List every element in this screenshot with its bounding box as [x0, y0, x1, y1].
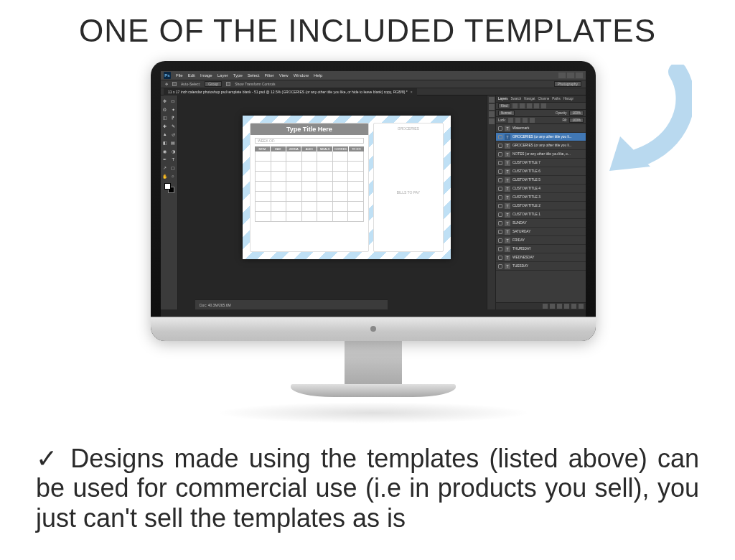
visibility-toggle-icon[interactable] — [498, 161, 502, 165]
visibility-toggle-icon[interactable] — [498, 256, 502, 260]
menu-view[interactable]: View — [279, 73, 289, 78]
auto-select-dropdown[interactable]: Group — [205, 81, 222, 87]
menu-file[interactable]: File — [176, 73, 183, 78]
visibility-toggle-icon[interactable] — [498, 144, 502, 148]
menu-window[interactable]: Window — [294, 73, 309, 78]
layer-row[interactable]: TCUSTOM TITLE 2 — [496, 202, 586, 210]
auto-select-checkbox[interactable] — [172, 82, 177, 86]
layer-row[interactable]: TGROCERIES (or any other title you li... — [496, 141, 586, 150]
menu-type[interactable]: Type — [233, 73, 243, 78]
fill-input[interactable]: 100% — [569, 118, 584, 123]
filter-smart-icon[interactable] — [541, 103, 546, 108]
layer-row[interactable]: TCUSTOM TITLE 7 — [496, 159, 586, 167]
tab-navigator[interactable]: Navigat — [524, 97, 535, 101]
layer-row[interactable]: TCUSTOM TITLE 4 — [496, 185, 586, 193]
menu-image[interactable]: Image — [200, 73, 212, 78]
menu-filter[interactable]: Filter — [264, 73, 273, 78]
hand-tool[interactable]: ✋ — [161, 172, 169, 180]
layer-row[interactable]: TCUSTOM TITLE 1 — [496, 210, 586, 219]
lock-pixels-icon[interactable] — [515, 118, 520, 123]
lock-all-icon[interactable] — [530, 118, 535, 123]
heal-tool[interactable]: ✚ — [161, 122, 169, 130]
visibility-toggle-icon[interactable] — [498, 221, 502, 225]
layer-row[interactable]: TWEDNESDAY — [496, 253, 586, 262]
layer-row[interactable]: TGROCERIES (or any other title you li... — [496, 133, 586, 141]
visibility-toggle-icon[interactable] — [498, 169, 502, 174]
layer-row[interactable]: TTHURSDAY — [496, 245, 586, 253]
filter-shape-icon[interactable] — [534, 103, 539, 108]
lock-transparent-icon[interactable] — [508, 118, 513, 123]
layer-row[interactable]: TFRIDAY — [496, 236, 586, 245]
tab-swatches[interactable]: Swatch — [511, 97, 522, 101]
window-close-icon[interactable] — [576, 73, 583, 78]
brush-tool[interactable]: ✎ — [169, 122, 177, 130]
info-panel-icon[interactable] — [489, 118, 495, 124]
lasso-tool[interactable]: ʘ — [161, 106, 169, 113]
eraser-tool[interactable]: ◧ — [161, 139, 169, 146]
properties-panel-icon[interactable] — [489, 111, 495, 117]
menu-layer[interactable]: Layer — [217, 73, 228, 78]
visibility-toggle-icon[interactable] — [498, 195, 502, 200]
delete-layer-icon[interactable] — [579, 304, 584, 309]
visibility-toggle-icon[interactable] — [498, 204, 502, 208]
visibility-toggle-icon[interactable] — [498, 247, 502, 251]
actions-panel-icon[interactable] — [489, 104, 495, 110]
menu-edit[interactable]: Edit — [188, 73, 195, 78]
link-layers-icon[interactable] — [543, 304, 548, 309]
tab-histogram[interactable]: Histogr — [563, 97, 574, 101]
history-brush-tool[interactable]: ↺ — [169, 131, 177, 139]
move-tool-icon[interactable]: ✥ — [165, 82, 168, 86]
canvas-area[interactable]: Type Title Here WEEK OF: MOM DAD JENNA A… — [178, 95, 487, 309]
visibility-toggle-icon[interactable] — [498, 230, 502, 234]
visibility-toggle-icon[interactable] — [498, 152, 502, 157]
layer-row[interactable]: TCUSTOM TITLE 5 — [496, 176, 586, 185]
stamp-tool[interactable]: ▲ — [161, 131, 169, 139]
window-minimize-icon[interactable] — [558, 73, 566, 78]
layer-list[interactable]: TWatermarkTGROCERIES (or any other title… — [496, 124, 586, 302]
tab-layers[interactable]: Layers — [498, 97, 508, 101]
visibility-toggle-icon[interactable] — [498, 178, 502, 182]
gradient-tool[interactable]: ▤ — [169, 139, 177, 146]
new-group-icon[interactable] — [564, 304, 569, 309]
layer-row[interactable]: TSUNDAY — [496, 219, 586, 228]
shape-tool[interactable]: ▢ — [169, 164, 177, 172]
pen-tool[interactable]: ✒ — [161, 155, 169, 163]
workspace-switcher[interactable]: Photography — [554, 81, 581, 87]
blend-mode-dropdown[interactable]: Normal — [498, 111, 515, 116]
show-transform-checkbox[interactable] — [226, 82, 230, 86]
crop-tool[interactable]: ◫ — [161, 113, 169, 121]
marquee-tool[interactable]: ▭ — [169, 97, 177, 105]
tab-channels[interactable]: Channe — [538, 97, 550, 101]
layer-row[interactable]: TSATURDAY — [496, 228, 586, 236]
menu-select[interactable]: Select — [248, 73, 260, 78]
window-maximize-icon[interactable] — [567, 73, 574, 78]
layer-row[interactable]: TTUESDAY — [496, 262, 586, 271]
visibility-toggle-icon[interactable] — [498, 264, 502, 269]
visibility-toggle-icon[interactable] — [498, 238, 502, 243]
lock-position-icon[interactable] — [523, 118, 528, 123]
document-tab[interactable]: 11 x 17 inch calendar photoshop psd temp… — [164, 88, 417, 95]
zoom-tool[interactable]: ⌕ — [169, 172, 177, 180]
filter-adjust-icon[interactable] — [520, 103, 525, 108]
layer-row[interactable]: TNOTES (or any other title you like, o..… — [496, 150, 586, 159]
history-panel-icon[interactable] — [489, 97, 495, 103]
visibility-toggle-icon[interactable] — [498, 213, 502, 217]
layer-row[interactable]: TWatermark — [496, 124, 586, 133]
layer-row[interactable]: TCUSTOM TITLE 3 — [496, 193, 586, 202]
dodge-tool[interactable]: ◑ — [169, 147, 177, 155]
visibility-toggle-icon[interactable] — [498, 135, 502, 139]
color-swatch[interactable] — [164, 183, 174, 193]
filter-type-icon[interactable] — [527, 103, 532, 108]
tab-paths[interactable]: Paths — [552, 97, 561, 101]
blur-tool[interactable]: ◉ — [161, 147, 169, 155]
layer-mask-icon[interactable] — [557, 304, 562, 309]
layer-row[interactable]: TCUSTOM TITLE 6 — [496, 167, 586, 176]
close-tab-icon[interactable]: × — [411, 90, 413, 94]
move-tool[interactable]: ✥ — [161, 97, 169, 105]
eyedropper-tool[interactable]: ⁋ — [169, 113, 177, 121]
opacity-input[interactable]: 100% — [569, 111, 584, 116]
filter-pixel-icon[interactable] — [512, 103, 518, 108]
layer-fx-icon[interactable] — [550, 304, 555, 309]
new-layer-icon[interactable] — [571, 304, 576, 309]
filter-kind-dropdown[interactable]: Kind — [498, 103, 510, 108]
